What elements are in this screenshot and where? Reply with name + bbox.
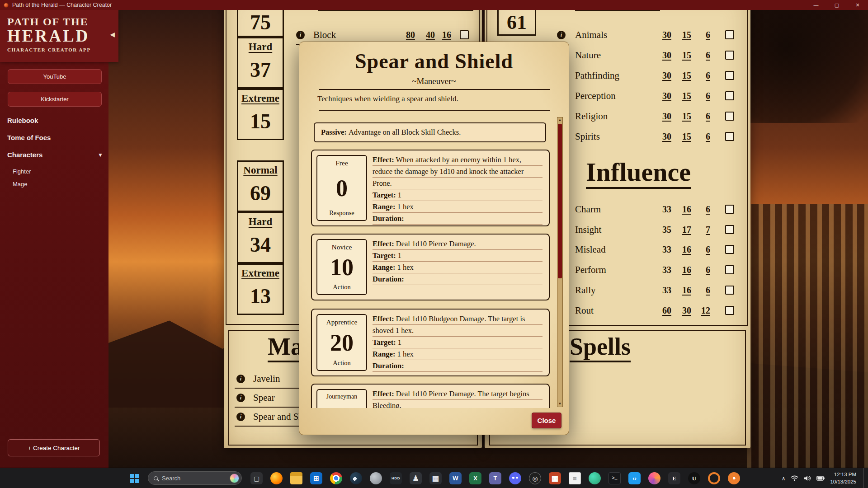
sidebar-item-rulebook[interactable]: Rulebook (7, 117, 103, 124)
skill-value-fifth[interactable]: 6 (691, 131, 710, 142)
sidebar-item-tome-of-foes[interactable]: Tome of Foes (7, 134, 103, 141)
figure-icon[interactable]: ♟ (410, 472, 422, 484)
skill-checkbox[interactable] (725, 71, 734, 80)
skill-value-fifth[interactable]: 12 (691, 305, 710, 316)
info-icon[interactable]: i (236, 413, 245, 421)
android-studio-icon[interactable] (589, 472, 601, 484)
skill-value-full[interactable]: 30 (646, 50, 671, 61)
skill-value-full[interactable]: 33 (646, 204, 671, 215)
skill-value-half[interactable]: 15 (671, 50, 691, 61)
hidden-icons-chevron[interactable]: ∧ (782, 475, 786, 482)
skill-checkbox[interactable] (725, 286, 734, 295)
youtube-button[interactable]: YouTube (8, 69, 102, 84)
skill-checkbox[interactable] (725, 265, 734, 274)
info-icon[interactable]: i (557, 31, 566, 39)
skill-value-fifth[interactable]: 6 (691, 91, 710, 101)
skill-value-full[interactable]: 33 (646, 244, 671, 255)
skill-value-full[interactable]: 30 (646, 91, 671, 101)
close-button[interactable]: Close (532, 413, 561, 428)
modal-scrollbar[interactable]: ▲ ▼ (557, 117, 563, 407)
kickstarter-button[interactable]: Kickstarter (8, 92, 102, 107)
skill-checkbox[interactable] (460, 30, 469, 39)
difficulty-label[interactable]: Hard (249, 216, 272, 228)
scroll-up-icon[interactable]: ▲ (557, 118, 562, 122)
unreal-icon[interactable]: U (688, 472, 700, 484)
skill-value-full[interactable]: 33 (646, 285, 671, 296)
maximize-button[interactable]: ▢ (826, 0, 847, 10)
skill-value-full[interactable]: 35 (646, 225, 671, 235)
skill-value-half[interactable]: 15 (671, 111, 691, 122)
skill-value-half[interactable]: 15 (671, 30, 691, 40)
collapse-sidebar-icon[interactable]: ◀ (110, 31, 115, 38)
skill-value-half[interactable]: 16 (671, 244, 691, 255)
skill-value-half[interactable]: 40 (415, 30, 435, 40)
notepad-icon[interactable]: ≡ (569, 472, 581, 484)
skill-value-full[interactable]: 33 (646, 265, 671, 275)
skill-value-full[interactable]: 30 (646, 131, 671, 142)
info-icon[interactable]: i (296, 31, 305, 39)
steam-icon[interactable] (350, 472, 362, 484)
skill-value-half[interactable]: 17 (671, 225, 691, 235)
info-icon[interactable]: i (236, 394, 245, 402)
skill-value-fifth[interactable]: 6 (691, 285, 710, 296)
skill-checkbox[interactable] (725, 132, 734, 141)
grid-orange-icon[interactable]: ▦ (549, 472, 561, 484)
skill-value-fifth[interactable]: 6 (691, 50, 710, 61)
chrome-icon[interactable] (330, 472, 342, 484)
bird-icon[interactable] (370, 472, 382, 484)
skill-checkbox[interactable] (725, 225, 734, 234)
sidebar-item-fighter[interactable]: Fighter (13, 168, 31, 175)
wifi-icon[interactable] (791, 475, 798, 481)
skill-value-half[interactable]: 16 (671, 285, 691, 296)
obs-icon[interactable]: ◎ (529, 472, 541, 484)
skill-value-half[interactable]: 15 (671, 91, 691, 101)
create-character-button[interactable]: + Create Character (8, 439, 100, 456)
skill-value-half[interactable]: 15 (671, 131, 691, 142)
epic-icon[interactable]: E (668, 472, 680, 484)
dot-orange-icon[interactable] (728, 472, 740, 484)
skill-value-full[interactable]: 30 (646, 111, 671, 122)
skill-value-fifth[interactable]: 6 (691, 70, 710, 81)
scrollbar-thumb[interactable] (558, 124, 562, 278)
grid-dark-icon[interactable]: ▦ (429, 472, 442, 484)
skill-value-fifth[interactable]: 16 (435, 30, 451, 40)
maneuver-label[interactable]: Spear (253, 392, 275, 404)
skill-value-full[interactable]: 60 (646, 305, 671, 316)
skill-value-fifth[interactable]: 6 (691, 265, 710, 275)
battery-icon[interactable] (816, 476, 825, 481)
chevron-down-icon[interactable]: ▼ (98, 152, 103, 158)
volume-icon[interactable] (804, 475, 811, 481)
skill-value-fifth[interactable]: 6 (691, 244, 710, 255)
skill-checkbox[interactable] (725, 112, 734, 121)
difficulty-label[interactable]: Hard (249, 41, 272, 53)
difficulty-label[interactable]: Extreme (241, 267, 279, 279)
teams-icon[interactable]: T (489, 472, 501, 484)
skill-checkbox[interactable] (725, 91, 734, 100)
discord-icon[interactable] (509, 472, 521, 484)
skill-value-half[interactable]: 15 (671, 70, 691, 81)
excel-icon[interactable]: X (469, 472, 481, 484)
scroll-down-icon[interactable]: ▼ (557, 402, 562, 406)
skill-value-full[interactable]: 30 (646, 70, 671, 81)
word-icon[interactable]: W (449, 472, 462, 484)
search-highlights-icon[interactable] (230, 474, 239, 483)
skill-checkbox[interactable] (725, 245, 734, 254)
skill-value-half[interactable]: 30 (671, 305, 691, 316)
folder-icon[interactable] (290, 472, 302, 484)
firefox-icon[interactable] (270, 472, 283, 484)
skill-value-full[interactable]: 80 (390, 30, 415, 40)
skill-value-half[interactable]: 16 (671, 204, 691, 215)
ring-orange-icon[interactable] (708, 472, 720, 484)
skill-value-fifth[interactable]: 7 (691, 225, 710, 235)
firefox-nightly-icon[interactable] (648, 472, 660, 484)
terminal-icon[interactable]: >_ (609, 472, 621, 484)
skill-value-fifth[interactable]: 6 (691, 30, 710, 40)
show-desktop-button[interactable] (863, 468, 865, 488)
sidebar-item-mage[interactable]: Mage (13, 181, 28, 188)
info-icon[interactable]: i (236, 375, 245, 383)
sidebar-item-characters[interactable]: Characters ▼ (7, 151, 103, 159)
skill-value-fifth[interactable]: 6 (691, 204, 710, 215)
skill-value-fifth[interactable]: 6 (691, 111, 710, 122)
search-input[interactable]: Search (148, 471, 242, 485)
difficulty-label[interactable]: Extreme (241, 93, 279, 104)
